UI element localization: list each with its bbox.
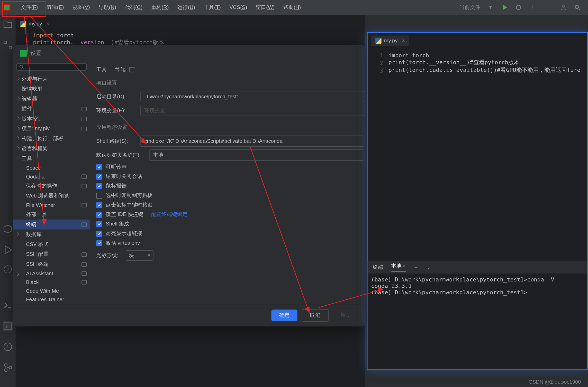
tree-item[interactable]: 语言和框架 — [13, 144, 90, 154]
menu-item[interactable]: 工具(T) — [200, 0, 225, 15]
tree-item[interactable]: CSV 格式 — [13, 239, 90, 249]
checkbox[interactable] — [96, 231, 102, 237]
tree-item[interactable]: Web 浏览器和预览 — [13, 191, 90, 201]
folder-icon[interactable] — [3, 19, 13, 29]
close-icon[interactable]: × — [47, 21, 50, 27]
cancel-button[interactable]: 取消 — [302, 309, 329, 322]
tree-item[interactable]: 版本控制 — [13, 114, 90, 124]
checkbox[interactable] — [96, 212, 102, 218]
apply-button[interactable]: 应… — [333, 309, 359, 321]
checkbox-label: 可听铃声 — [106, 163, 126, 171]
tree-item[interactable]: 插件 — [13, 104, 90, 114]
chevron-down-icon[interactable]: ⌄ — [427, 264, 431, 270]
ok-button[interactable]: 确定 — [271, 309, 297, 321]
menu-item[interactable]: 导航(N) — [94, 0, 120, 15]
services-icon[interactable] — [3, 224, 13, 234]
tree-item[interactable]: 项目: my.ply — [13, 124, 90, 134]
start-dir-input[interactable] — [140, 91, 364, 102]
code-area[interactable]: import torchprint(torch.__version__)#查看p… — [33, 32, 164, 46]
run-tool-icon[interactable] — [3, 245, 13, 255]
close-icon[interactable]: × — [403, 263, 406, 269]
checkbox-row[interactable]: Shell 集成 — [96, 220, 364, 228]
tree-item[interactable]: 按键映射 — [13, 84, 90, 94]
tree-item[interactable]: 保存时的操作 — [13, 181, 90, 191]
search-icon[interactable] — [572, 2, 583, 12]
checkbox-row[interactable]: 可听铃声 — [96, 163, 364, 171]
tree-item[interactable]: Space — [13, 164, 90, 172]
checkbox-row[interactable]: 覆盖 IDE 快捷键配置终端键绑定 — [96, 211, 364, 218]
tree-item[interactable]: Black — [13, 278, 90, 287]
menu-item[interactable]: 代码(C) — [121, 0, 147, 15]
editor-tab[interactable]: my.py × — [16, 18, 54, 29]
checkbox-label: Shell 集成 — [106, 220, 129, 228]
checkbox-row[interactable]: 激活 virtualenv — [96, 239, 364, 247]
menu-item[interactable]: 运行(U) — [173, 0, 199, 15]
menu-item[interactable]: 窗口(W) — [251, 0, 279, 15]
section-app: 应用程序设置 — [96, 124, 364, 131]
python-console-icon[interactable] — [3, 300, 13, 310]
checkbox-row[interactable]: 结束时关闭会话 — [96, 173, 364, 180]
tree-item[interactable]: 外部工具 — [13, 210, 90, 220]
new-tab-icon[interactable]: ＋ — [413, 263, 419, 271]
tree-item[interactable]: 构建、执行、部署 — [13, 134, 90, 144]
checkbox-label: 点击鼠标中键时粘贴 — [106, 201, 152, 209]
problems-icon[interactable] — [3, 342, 13, 352]
local-tab[interactable]: 本地× — [391, 262, 406, 272]
tree-item[interactable]: 外观与行为 — [13, 74, 90, 84]
menu-item[interactable]: VCS(S) — [225, 0, 251, 15]
checkbox-row[interactable]: 高亮显示超链接 — [96, 230, 364, 237]
tree-item[interactable]: 编辑器 — [13, 94, 90, 104]
git-icon[interactable] — [3, 362, 13, 373]
checkbox-row[interactable]: 选中时复制到剪贴板 — [96, 192, 364, 199]
checkbox[interactable] — [96, 173, 102, 180]
tree-item[interactable]: 终端 — [13, 220, 90, 230]
terminal-tab[interactable]: 终端 — [373, 263, 383, 271]
editor-tab[interactable]: my.py × — [371, 35, 409, 46]
checkbox-label: 结束时关闭会话 — [106, 173, 142, 180]
code-area[interactable]: import torchprint(torch.__version__)#查看p… — [388, 52, 581, 74]
terminal-icon[interactable] — [3, 321, 13, 331]
menu-item[interactable]: 帮助(H) — [279, 0, 305, 15]
menu-item[interactable]: 编辑(E) — [42, 0, 68, 15]
help-icon[interactable]: ? — [4, 266, 12, 273]
menu-item[interactable]: 重构(R) — [147, 0, 173, 15]
tree-item[interactable]: AI Assistant — [13, 269, 90, 278]
tree-item[interactable]: SSH 配置 — [13, 249, 90, 259]
start-dir-label: 启动目录(D): — [96, 93, 135, 100]
settings-search[interactable] — [16, 63, 87, 71]
checkbox-row[interactable]: 点击鼠标中键时粘贴 — [96, 201, 364, 209]
tabname-input[interactable] — [149, 149, 364, 161]
tree-item[interactable]: SSH 终端 — [13, 259, 90, 269]
tree-item[interactable]: 工具 — [13, 154, 90, 164]
checkbox-row[interactable]: 鼠标报告 — [96, 182, 364, 190]
tree-item[interactable]: 数据库 — [13, 230, 90, 240]
menu-item[interactable]: 视图(V) — [68, 0, 94, 15]
debug-icon[interactable] — [513, 2, 523, 12]
run-target[interactable]: 当前文件 — [459, 4, 480, 11]
tree-item[interactable]: File Watcher — [13, 201, 90, 210]
shell-path-input[interactable] — [140, 136, 364, 147]
checkbox[interactable] — [96, 183, 102, 189]
tree-item[interactable]: Qodana — [13, 172, 90, 181]
checkbox[interactable] — [96, 202, 102, 208]
settings-tree: 外观与行为按键映射编辑器插件版本控制项目: my.ply构建、执行、部署语言和框… — [13, 61, 90, 304]
structure-icon[interactable] — [3, 40, 13, 50]
run-icon[interactable] — [499, 2, 510, 12]
checkbox[interactable] — [96, 164, 102, 170]
terminal[interactable]: (base) D:\work\pycharmworkplace\pytorch_… — [368, 274, 587, 370]
checkbox[interactable] — [96, 192, 102, 199]
dialog-buttonbar: 确定 取消 应… — [13, 304, 365, 327]
pycharm-logo — [3, 4, 10, 11]
env-input[interactable] — [140, 105, 364, 116]
user-icon[interactable] — [558, 2, 569, 12]
tree-item[interactable]: Features Trainer — [13, 295, 90, 304]
more-icon[interactable]: ⋮ — [527, 2, 537, 12]
chevron-down-icon[interactable]: ▾ — [485, 2, 496, 12]
checkbox[interactable] — [96, 240, 102, 246]
menu-item[interactable]: 文件(F) — [16, 0, 42, 15]
config-keybinding-link[interactable]: 配置终端键绑定 — [151, 211, 188, 218]
cursor-shape-select[interactable]: 块▾ — [126, 250, 153, 261]
close-icon[interactable]: × — [402, 38, 405, 44]
checkbox[interactable] — [96, 221, 102, 227]
tree-item[interactable]: Code With Me — [13, 287, 90, 295]
